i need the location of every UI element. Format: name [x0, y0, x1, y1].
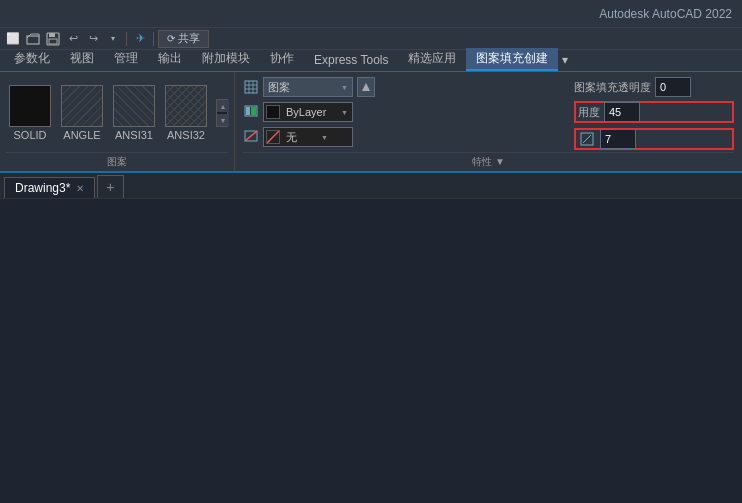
angle-value[interactable]: 45: [604, 102, 640, 122]
tab-xiezuo[interactable]: 协作: [260, 48, 304, 71]
transparency-value[interactable]: 0: [655, 77, 691, 97]
pattern-row: 图案 ▼: [243, 76, 566, 98]
tab-jingxuan[interactable]: 精选应用: [398, 48, 466, 71]
tab-express[interactable]: Express Tools: [304, 51, 398, 71]
tab-fujia[interactable]: 附加模块: [192, 48, 260, 71]
pattern-icon: [243, 79, 259, 95]
tab-guanli[interactable]: 管理: [104, 48, 148, 71]
pattern-angle[interactable]: ANGLE: [58, 85, 106, 141]
pattern-solid[interactable]: SOLID: [6, 85, 54, 141]
tab-dropdown[interactable]: ▾: [558, 51, 572, 71]
background-row: 无 ▼: [243, 126, 566, 148]
props-col-right: 图案填充透明度 0 用度 45: [574, 76, 734, 150]
scale-value[interactable]: 7: [600, 129, 636, 149]
color-value: ByLayer: [286, 106, 326, 118]
pattern-swatch-ansi31: [113, 85, 155, 127]
dropdown-arrow-pattern: ▼: [341, 84, 348, 91]
pattern-swatch-ansi32: [165, 85, 207, 127]
dropdown-arrow-bg: ▼: [321, 134, 328, 141]
bg-value: 无: [286, 130, 297, 145]
tab-canshu[interactable]: 参数化: [4, 48, 60, 71]
scroll-up-arrow[interactable]: ▲: [217, 100, 229, 112]
separator-1: [126, 32, 127, 46]
svg-rect-5: [245, 81, 257, 93]
tab-shuchu[interactable]: 输出: [148, 48, 192, 71]
separator-2: [153, 32, 154, 46]
svg-rect-3: [49, 39, 57, 44]
pattern-ansi32[interactable]: ANSI32: [162, 85, 210, 141]
angle-row: 用度 45: [574, 101, 734, 123]
scale-icon: [578, 130, 596, 148]
svg-rect-0: [27, 36, 39, 44]
transparency-val: 0: [660, 81, 666, 93]
props-section: 图案 ▼: [235, 72, 742, 171]
svg-rect-4: [10, 85, 50, 127]
tab-add-button[interactable]: +: [97, 175, 123, 198]
title-bar: Autodesk AutoCAD 2022: [0, 0, 742, 28]
pattern-label-ansi31: ANSI31: [115, 129, 153, 141]
pattern-label-angle: ANGLE: [63, 129, 100, 141]
new-button[interactable]: ⬜: [4, 30, 22, 48]
tab-bar: Drawing3* ✕ +: [0, 173, 742, 199]
share-button[interactable]: ⟳ 共享: [158, 30, 209, 48]
pattern-dropdown[interactable]: 图案 ▼: [263, 77, 353, 97]
hatch-scroll[interactable]: ▲ ▼: [216, 99, 228, 127]
dropdown-arrow-color: ▼: [341, 109, 348, 116]
save-button[interactable]: [44, 30, 62, 48]
tab-shitu[interactable]: 视图: [60, 48, 104, 71]
props-col-left: 图案 ▼: [243, 76, 566, 150]
props-section-content: 图案 ▼: [243, 76, 734, 150]
ribbon: SOLID ANGLE ANSI31 ANSI32 ▲ ▼ 图案: [0, 72, 742, 173]
svg-line-16: [267, 131, 279, 143]
tab-drawing3-label: Drawing3*: [15, 181, 70, 195]
app-title: Autodesk AutoCAD 2022: [599, 7, 732, 21]
scroll-down-arrow[interactable]: ▼: [217, 114, 229, 126]
transparency-row: 图案填充透明度 0: [574, 76, 734, 98]
pattern-ansi31[interactable]: ANSI31: [110, 85, 158, 141]
ribbon-tab-bar: 参数化 视图 管理 输出 附加模块 协作 Express Tools 精选应用 …: [0, 50, 742, 72]
hatch-patterns-content: SOLID ANGLE ANSI31 ANSI32 ▲ ▼: [6, 76, 228, 150]
tab-drawing3-close[interactable]: ✕: [76, 183, 84, 194]
svg-line-18: [583, 135, 591, 143]
open-button[interactable]: [24, 30, 42, 48]
color-icon: [243, 104, 259, 120]
hatch-patterns-section: SOLID ANGLE ANSI31 ANSI32 ▲ ▼ 图案: [0, 72, 235, 171]
tab-hatchcreate[interactable]: 图案填充创建: [466, 48, 558, 71]
dropdown-arrow-qt[interactable]: ▾: [104, 30, 122, 48]
pattern-extra-btn[interactable]: [357, 77, 375, 97]
undo-button[interactable]: ↩: [64, 30, 82, 48]
svg-line-15: [245, 131, 257, 141]
pattern-label-solid: SOLID: [13, 129, 46, 141]
color-row: ByLayer ▼: [243, 101, 566, 123]
scale-val: 7: [605, 133, 611, 145]
angle-label: 用度: [578, 105, 600, 120]
pattern-swatch-angle: [61, 85, 103, 127]
pattern-label-ansi32: ANSI32: [167, 129, 205, 141]
bg-icon: [243, 129, 259, 145]
svg-rect-2: [49, 33, 55, 37]
angle-val: 45: [609, 106, 621, 118]
send-button[interactable]: ✈: [131, 30, 149, 48]
pattern-dropdown-value: 图案: [268, 80, 290, 95]
pattern-swatch-solid: [9, 85, 51, 127]
tab-drawing3[interactable]: Drawing3* ✕: [4, 177, 95, 198]
scale-row: 7: [574, 128, 734, 150]
redo-button[interactable]: ↪: [84, 30, 102, 48]
hatch-section-label: 图案: [6, 152, 228, 169]
color-dropdown[interactable]: ByLayer ▼: [282, 102, 352, 122]
svg-marker-10: [362, 83, 370, 91]
transparency-label: 图案填充透明度: [574, 80, 651, 95]
quick-toolbar: ⬜ ↩ ↪ ▾ ✈ ⟳ 共享: [0, 28, 742, 50]
svg-rect-13: [251, 107, 256, 115]
props-section-label: 特性 ▼: [243, 152, 734, 169]
bg-dropdown[interactable]: 无 ▼: [282, 127, 332, 147]
svg-rect-12: [246, 107, 250, 115]
